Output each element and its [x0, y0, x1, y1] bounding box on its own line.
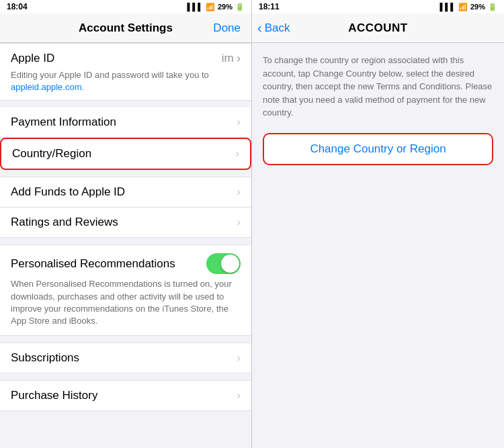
left-nav-bar: Account Settings Done [0, 13, 251, 43]
personalised-toggle-container[interactable] [206, 253, 241, 274]
toggle-knob [221, 255, 239, 273]
purchase-history-chevron-icon: › [237, 389, 241, 402]
right-battery: 29% [470, 3, 485, 11]
ratings-reviews-label: Ratings and Reviews [11, 216, 118, 229]
apple-id-hint: im › [222, 52, 241, 65]
left-battery: 29% [218, 3, 233, 11]
add-funds-item[interactable]: Add Funds to Apple ID › [0, 177, 251, 208]
apple-id-link[interactable]: appleid.apple.com. [11, 82, 84, 92]
left-time: 18:04 [7, 2, 28, 11]
country-region-chevron-icon: › [235, 147, 239, 161]
payment-information-item[interactable]: Payment Information › [0, 107, 251, 138]
personalised-toggle[interactable] [206, 253, 241, 274]
left-signal-icon: ▌▌▌ [187, 3, 203, 11]
account-description: To change the country or region associat… [263, 54, 493, 120]
purchase-history-item[interactable]: Purchase History › [0, 380, 251, 411]
apple-id-value: im › [222, 52, 241, 65]
country-region-wrapper: Country/Region › [0, 138, 251, 170]
done-button[interactable]: Done [213, 21, 241, 35]
gap-5 [0, 373, 251, 380]
right-status-bar: 18:11 ▌▌▌ 📶 29% 🔋 [252, 0, 504, 13]
payment-information-label: Payment Information [11, 116, 116, 129]
add-funds-label: Add Funds to Apple ID [11, 185, 125, 199]
gap-4 [0, 336, 251, 343]
left-battery-icon: 🔋 [235, 3, 245, 11]
left-panel: 18:04 ▌▌▌ 📶 29% 🔋 Account Settings Done … [0, 0, 252, 448]
right-nav-bar: ‹ Back ACCOUNT [252, 13, 504, 43]
right-panel: 18:11 ▌▌▌ 📶 29% 🔋 ‹ Back ACCOUNT To chan… [252, 0, 504, 448]
purchase-history-label: Purchase History [11, 389, 97, 402]
add-funds-chevron-icon: › [237, 185, 241, 199]
apple-id-section: Apple ID im › Editing your Apple ID and … [0, 43, 251, 101]
gap-3 [0, 238, 251, 244]
left-nav-title: Account Settings [79, 21, 173, 35]
right-time: 18:11 [259, 2, 280, 11]
left-wifi-icon: 📶 [206, 3, 215, 11]
personalised-section: Personalised Recommendations When Person… [0, 244, 251, 336]
right-status-icons: ▌▌▌ 📶 29% 🔋 [440, 3, 497, 11]
ratings-chevron-icon: › [237, 216, 241, 229]
subscriptions-chevron-icon: › [237, 351, 241, 365]
right-signal-icon: ▌▌▌ [440, 3, 456, 11]
back-label: Back [265, 21, 290, 35]
apple-id-label: Apple ID [11, 52, 54, 65]
ratings-reviews-item[interactable]: Ratings and Reviews › [0, 208, 251, 238]
change-country-text: Change Country or Region [310, 142, 446, 156]
right-battery-icon: 🔋 [488, 3, 497, 11]
right-wifi-icon: 📶 [458, 3, 468, 11]
subscriptions-label: Subscriptions [11, 351, 79, 365]
gap-2 [0, 170, 251, 177]
change-country-button[interactable]: Change Country or Region [263, 133, 493, 165]
personalised-desc: When Personalised Recommendations is tur… [11, 278, 241, 327]
left-status-bar: 18:04 ▌▌▌ 📶 29% 🔋 [0, 0, 251, 13]
back-button[interactable]: ‹ Back [257, 20, 290, 36]
gap-1 [0, 101, 251, 107]
back-chevron-icon: ‹ [257, 20, 262, 36]
subscriptions-item[interactable]: Subscriptions › [0, 343, 251, 373]
apple-id-desc: Editing your Apple ID and password will … [11, 69, 241, 93]
country-region-item[interactable]: Country/Region › [0, 138, 251, 170]
left-status-icons: ▌▌▌ 📶 29% 🔋 [187, 3, 245, 11]
payment-chevron-icon: › [237, 116, 241, 129]
apple-id-row[interactable]: Apple ID im › [11, 52, 241, 69]
right-content: To change the country or region associat… [252, 43, 504, 173]
personalised-header: Personalised Recommendations [11, 253, 241, 274]
personalised-label: Personalised Recommendations [11, 257, 175, 271]
country-region-label: Country/Region [12, 147, 91, 161]
